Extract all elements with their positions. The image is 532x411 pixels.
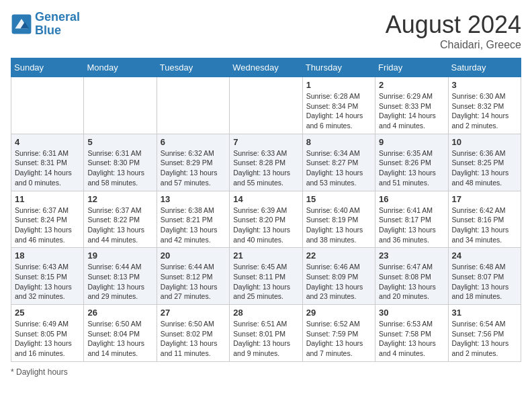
day-number: 3 <box>452 80 517 90</box>
day-number: 10 <box>452 137 517 147</box>
calendar-cell: 11Sunrise: 6:37 AM Sunset: 8:24 PM Dayli… <box>11 191 84 248</box>
calendar-cell: 12Sunrise: 6:37 AM Sunset: 8:22 PM Dayli… <box>84 191 157 248</box>
day-info: Sunrise: 6:45 AM Sunset: 8:11 PM Dayligh… <box>233 262 298 302</box>
day-info: Sunrise: 6:53 AM Sunset: 7:58 PM Dayligh… <box>379 319 444 359</box>
calendar-cell: 3Sunrise: 6:30 AM Sunset: 8:32 PM Daylig… <box>448 77 521 134</box>
calendar-header-row: SundayMondayTuesdayWednesdayThursdayFrid… <box>11 58 521 77</box>
calendar-cell: 22Sunrise: 6:46 AM Sunset: 8:09 PM Dayli… <box>302 248 375 305</box>
day-info: Sunrise: 6:46 AM Sunset: 8:09 PM Dayligh… <box>306 262 371 302</box>
day-info: Sunrise: 6:37 AM Sunset: 8:24 PM Dayligh… <box>15 205 80 245</box>
calendar-cell: 8Sunrise: 6:34 AM Sunset: 8:27 PM Daylig… <box>302 134 375 191</box>
day-number: 6 <box>161 137 226 147</box>
column-header-sunday: Sunday <box>11 58 84 77</box>
day-info: Sunrise: 6:28 AM Sunset: 8:34 PM Dayligh… <box>306 91 371 131</box>
day-info: Sunrise: 6:37 AM Sunset: 8:22 PM Dayligh… <box>87 205 152 245</box>
logo: General Blue <box>11 11 80 38</box>
day-info: Sunrise: 6:35 AM Sunset: 8:26 PM Dayligh… <box>379 148 444 188</box>
calendar-cell: 7Sunrise: 6:33 AM Sunset: 8:28 PM Daylig… <box>230 134 302 191</box>
day-number: 23 <box>379 250 444 261</box>
day-number: 22 <box>306 250 371 261</box>
calendar-cell: 31Sunrise: 6:54 AM Sunset: 7:56 PM Dayli… <box>448 305 521 362</box>
calendar-cell: 4Sunrise: 6:31 AM Sunset: 8:31 PM Daylig… <box>11 134 84 191</box>
calendar-week-row: 25Sunrise: 6:49 AM Sunset: 8:05 PM Dayli… <box>11 305 521 362</box>
calendar-week-row: 11Sunrise: 6:37 AM Sunset: 8:24 PM Dayli… <box>11 191 521 248</box>
calendar-cell <box>157 77 229 134</box>
column-header-monday: Monday <box>84 58 157 77</box>
day-info: Sunrise: 6:36 AM Sunset: 8:25 PM Dayligh… <box>452 148 517 188</box>
logo-icon <box>11 13 32 35</box>
calendar-cell: 24Sunrise: 6:48 AM Sunset: 8:07 PM Dayli… <box>448 248 521 305</box>
day-number: 24 <box>452 250 517 261</box>
day-info: Sunrise: 6:31 AM Sunset: 8:30 PM Dayligh… <box>87 148 152 188</box>
calendar-cell: 19Sunrise: 6:44 AM Sunset: 8:13 PM Dayli… <box>84 248 157 305</box>
calendar-cell <box>84 77 157 134</box>
calendar-cell: 20Sunrise: 6:44 AM Sunset: 8:12 PM Dayli… <box>157 248 229 305</box>
day-number: 27 <box>161 308 226 318</box>
day-number: 28 <box>233 308 298 318</box>
calendar-cell: 9Sunrise: 6:35 AM Sunset: 8:26 PM Daylig… <box>375 134 448 191</box>
day-number: 16 <box>379 194 444 204</box>
day-number: 14 <box>233 194 298 204</box>
month-year: August 2024 <box>386 11 521 39</box>
day-number: 25 <box>15 308 80 318</box>
day-number: 12 <box>87 194 152 204</box>
calendar-week-row: 18Sunrise: 6:43 AM Sunset: 8:15 PM Dayli… <box>11 248 521 305</box>
calendar-cell: 15Sunrise: 6:40 AM Sunset: 8:19 PM Dayli… <box>302 191 375 248</box>
day-info: Sunrise: 6:42 AM Sunset: 8:16 PM Dayligh… <box>452 205 517 245</box>
day-number: 30 <box>379 308 444 318</box>
calendar-cell <box>230 77 302 134</box>
day-number: 26 <box>87 308 152 318</box>
day-number: 7 <box>233 137 298 147</box>
day-info: Sunrise: 6:50 AM Sunset: 8:04 PM Dayligh… <box>87 319 152 359</box>
calendar-cell: 6Sunrise: 6:32 AM Sunset: 8:29 PM Daylig… <box>157 134 229 191</box>
day-info: Sunrise: 6:33 AM Sunset: 8:28 PM Dayligh… <box>233 148 298 188</box>
calendar-cell: 26Sunrise: 6:50 AM Sunset: 8:04 PM Dayli… <box>84 305 157 362</box>
day-info: Sunrise: 6:34 AM Sunset: 8:27 PM Dayligh… <box>306 148 371 188</box>
calendar-cell: 25Sunrise: 6:49 AM Sunset: 8:05 PM Dayli… <box>11 305 84 362</box>
calendar-cell: 13Sunrise: 6:38 AM Sunset: 8:21 PM Dayli… <box>157 191 229 248</box>
day-number: 8 <box>306 137 371 147</box>
calendar-table: SundayMondayTuesdayWednesdayThursdayFrid… <box>11 58 521 362</box>
day-number: 11 <box>15 194 80 204</box>
day-number: 13 <box>161 194 226 204</box>
column-header-friday: Friday <box>375 58 448 77</box>
column-header-thursday: Thursday <box>302 58 375 77</box>
calendar-cell: 16Sunrise: 6:41 AM Sunset: 8:17 PM Dayli… <box>375 191 448 248</box>
calendar-cell: 18Sunrise: 6:43 AM Sunset: 8:15 PM Dayli… <box>11 248 84 305</box>
calendar-cell: 14Sunrise: 6:39 AM Sunset: 8:20 PM Dayli… <box>230 191 302 248</box>
day-info: Sunrise: 6:48 AM Sunset: 8:07 PM Dayligh… <box>452 262 517 302</box>
calendar-week-row: 4Sunrise: 6:31 AM Sunset: 8:31 PM Daylig… <box>11 134 521 191</box>
calendar-cell: 29Sunrise: 6:52 AM Sunset: 7:59 PM Dayli… <box>302 305 375 362</box>
day-number: 1 <box>306 80 371 90</box>
day-number: 20 <box>161 250 226 261</box>
day-info: Sunrise: 6:43 AM Sunset: 8:15 PM Dayligh… <box>15 262 80 302</box>
day-number: 5 <box>87 137 152 147</box>
calendar-cell: 1Sunrise: 6:28 AM Sunset: 8:34 PM Daylig… <box>302 77 375 134</box>
day-number: 17 <box>452 194 517 204</box>
day-info: Sunrise: 6:54 AM Sunset: 7:56 PM Dayligh… <box>452 319 517 359</box>
title-block: August 2024 Chaidari, Greece <box>386 11 521 51</box>
day-info: Sunrise: 6:50 AM Sunset: 8:02 PM Dayligh… <box>161 319 226 359</box>
day-info: Sunrise: 6:47 AM Sunset: 8:08 PM Dayligh… <box>379 262 444 302</box>
day-number: 15 <box>306 194 371 204</box>
day-number: 18 <box>15 250 80 261</box>
day-info: Sunrise: 6:51 AM Sunset: 8:01 PM Dayligh… <box>233 319 298 359</box>
calendar-cell: 2Sunrise: 6:29 AM Sunset: 8:33 PM Daylig… <box>375 77 448 134</box>
location: Chaidari, Greece <box>386 39 521 51</box>
day-info: Sunrise: 6:38 AM Sunset: 8:21 PM Dayligh… <box>161 205 226 245</box>
day-number: 21 <box>233 250 298 261</box>
day-info: Sunrise: 6:49 AM Sunset: 8:05 PM Dayligh… <box>15 319 80 359</box>
day-number: 2 <box>379 80 444 90</box>
calendar-cell: 27Sunrise: 6:50 AM Sunset: 8:02 PM Dayli… <box>157 305 229 362</box>
day-info: Sunrise: 6:39 AM Sunset: 8:20 PM Dayligh… <box>233 205 298 245</box>
page-header: General Blue August 2024 Chaidari, Greec… <box>11 11 521 51</box>
calendar-cell: 17Sunrise: 6:42 AM Sunset: 8:16 PM Dayli… <box>448 191 521 248</box>
day-info: Sunrise: 6:29 AM Sunset: 8:33 PM Dayligh… <box>379 91 444 131</box>
day-info: Sunrise: 6:44 AM Sunset: 8:13 PM Dayligh… <box>87 262 152 302</box>
day-number: 29 <box>306 308 371 318</box>
day-info: Sunrise: 6:41 AM Sunset: 8:17 PM Dayligh… <box>379 205 444 245</box>
calendar-cell: 30Sunrise: 6:53 AM Sunset: 7:58 PM Dayli… <box>375 305 448 362</box>
day-info: Sunrise: 6:30 AM Sunset: 8:32 PM Dayligh… <box>452 91 517 131</box>
day-number: 4 <box>15 137 80 147</box>
calendar-week-row: 1Sunrise: 6:28 AM Sunset: 8:34 PM Daylig… <box>11 77 521 134</box>
